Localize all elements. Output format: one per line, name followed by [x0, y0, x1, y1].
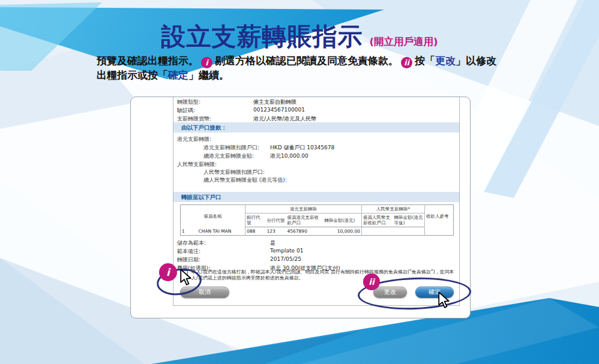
cell-hkd-account: 4567890 — [286, 227, 324, 236]
field-label: 驗証碼: — [177, 107, 195, 115]
field-value: 港元10,000.00 — [270, 152, 309, 160]
field-label: 轉賬類型: — [177, 98, 200, 106]
field-value: 是 — [270, 239, 275, 247]
cell-hkd-amount: 10,000.00 — [324, 227, 362, 236]
cell-bank-code: 088 — [245, 227, 266, 236]
field-hkd-debit-account: 港元支薪轉賬扣賬戶口: HKD 儲蓄戶口 10345678 — [173, 144, 459, 152]
field-rmb-debit-account: 人民幣支薪轉賬扣賬戶口: — [173, 169, 459, 176]
cursor-icon — [179, 269, 192, 286]
cursor-icon — [438, 291, 450, 309]
field-rmb-total-amount: 總人民幣支薪轉賬金額 (港元等值): — [173, 176, 459, 184]
field-value: Template 01 — [270, 248, 303, 254]
section-credit-accounts: 轉賬至以下戶口 — [173, 192, 459, 202]
instructions: 預覽及確認出糧指示。i剔選方格以確認已閱讀及同意免責條款。ii按「更改」以修改出… — [97, 54, 499, 82]
cell-rmb-amount — [393, 227, 425, 236]
col-branch-code: 分行代號 — [266, 213, 286, 227]
field-label: 總港元支薪轉賬金額: — [203, 152, 254, 160]
step-2-badge: ii — [401, 57, 412, 68]
step-1-badge: i — [201, 57, 212, 68]
field-label: 儲存為範本: — [177, 239, 206, 247]
field-label: 人民幣支薪轉賬: — [177, 161, 217, 169]
cell-rmb-account — [362, 227, 393, 236]
hkd-group-label: 港元支薪轉賬: — [173, 136, 459, 143]
col-hkd-amount: 轉賬金額(港元) — [324, 213, 362, 227]
field-label: 港元支薪轉賬扣賬戶口: — [203, 144, 259, 152]
field-value: 2017/05/25 — [270, 256, 301, 262]
payroll-form: 轉賬類型: 僱主支薪自動轉賬 驗証碼: 001234567100001 支薪轉賬… — [173, 97, 460, 306]
step-2-annotation-badge: ii — [363, 273, 380, 290]
instruction-text: 」繼續。 — [188, 69, 229, 81]
cell-branch-code: 123 — [266, 227, 286, 236]
instruction-text: 按「 — [415, 55, 435, 67]
page-title: 設立支薪轉賬指示 (開立用戶適用) — [0, 20, 599, 53]
step-1-annotation-badge: i — [159, 263, 177, 281]
field-value: HKD 儲蓄戶口 10345678 — [270, 144, 334, 152]
section-debit-accounts: 由以下戶口提款： — [173, 122, 459, 133]
confirm-keyword: 確定 — [168, 69, 188, 81]
group-rmb-transfer: 人民幣支薪轉賬* — [362, 205, 425, 213]
cell-payee-reference — [425, 227, 454, 236]
col-bank-code: 銀行代號 — [245, 213, 266, 227]
field-hkd-total-amount: 總港元支薪轉賬金額: 港元10,000.00 — [173, 152, 459, 160]
col-rmb-account: 僱員人民幣支薪收款戶口 — [362, 213, 393, 227]
field-label: 轉賬日期: — [177, 256, 200, 264]
col-hkd-account: 僱員港元支薪收款戶口 — [286, 213, 324, 227]
page-title-suffix: (開立用戶適用) — [370, 36, 438, 47]
field-value: 001234567100001 — [253, 107, 305, 113]
field-value: 僱主支薪自動轉賬 — [253, 98, 296, 106]
field-label: 人民幣支薪轉賬扣賬戶口: — [203, 169, 265, 176]
field-label: 範本備注: — [177, 248, 200, 255]
field-label: 總人民幣支薪轉賬金額 (港元等值): — [203, 176, 287, 184]
col-payee-reference: 收款人參考 — [425, 205, 454, 227]
col-rmb-amount: 轉賬金額(港元等值) — [393, 213, 425, 227]
field-save-as-template: 儲存為範本: 是 — [173, 239, 459, 247]
cell-employee-name: CHAN TAI MAN — [191, 227, 245, 236]
field-transfer-date: 轉賬日期: 2017/05/25 — [173, 256, 459, 264]
field-template-remark: 範本備注: Template 01 — [173, 248, 459, 255]
field-label: 港元支薪轉賬: — [177, 136, 211, 143]
field-verification-code: 驗証碼: 001234567100001 — [173, 107, 459, 115]
field-transfer-type: 轉賬類型: 僱主支薪自動轉賬 — [173, 98, 459, 106]
cell-row-number: 1 — [181, 227, 191, 236]
instruction-text: 預覽及確認出糧指示。 — [97, 55, 199, 67]
table-row: 1 CHAN TAI MAN 088 123 4567890 10,000.00 — [181, 227, 454, 236]
page-title-text: 設立支薪轉賬指示 — [161, 22, 363, 51]
payee-table: 僱員名稱 港元支薪轉賬 人民幣支薪轉賬* 收款人參考 銀行代號 分行代號 僱員港… — [180, 204, 454, 236]
change-keyword: 更改 — [435, 55, 456, 67]
instruction-text: 剔選方格以確認已閱讀及同意免責條款。 — [215, 55, 399, 67]
col-employee-name: 僱員名稱 — [181, 205, 245, 227]
rmb-group-label: 人民幣支薪轉賬: — [173, 161, 459, 169]
group-hkd-transfer: 港元支薪轉賬 — [245, 205, 362, 213]
